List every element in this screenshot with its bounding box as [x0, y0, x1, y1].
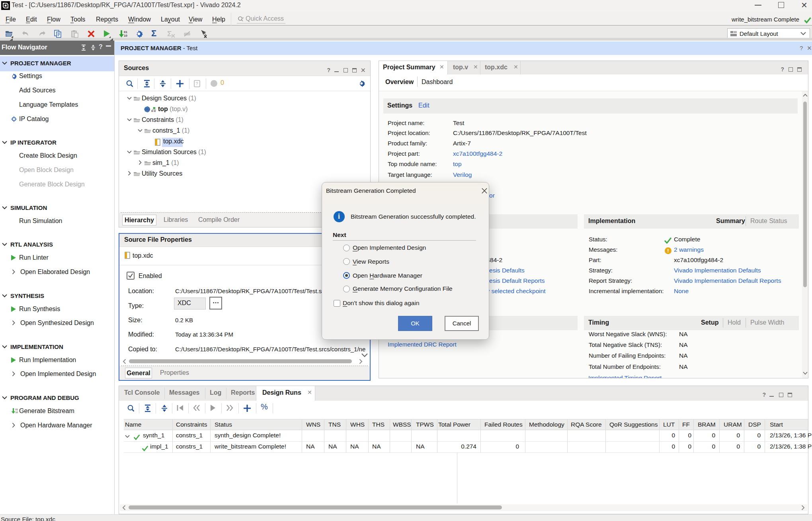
svg-text:01: 01	[124, 30, 127, 34]
svg-text:?: ?	[196, 81, 198, 86]
svg-text:Σ: Σ	[167, 29, 172, 38]
svg-text:10: 10	[15, 411, 18, 413]
svg-text:10: 10	[124, 34, 127, 37]
